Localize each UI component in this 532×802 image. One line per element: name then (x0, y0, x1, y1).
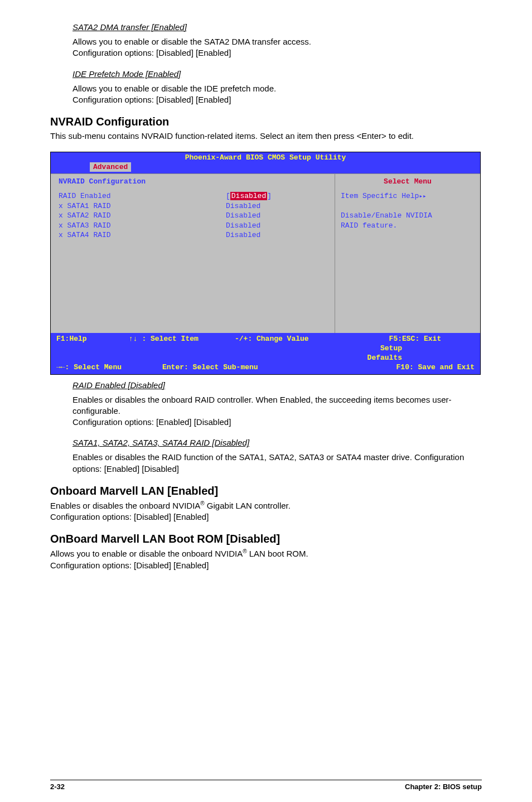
footer-exit: ESC: Exit (402, 335, 475, 363)
registered-icon: ® (200, 500, 204, 506)
sata-raid-text: Enables or disables the RAID function of… (50, 452, 482, 475)
footer-save: F10: Save and Exit (291, 363, 475, 373)
sata-raid-heading: SATA1, SATA2, SATA3, SATA4 RAID [Disable… (50, 438, 482, 447)
text: Configuration options: [Disabled] [Enabl… (50, 512, 209, 521)
nvraid-intro: This sub-menu contains NVRAID function-r… (50, 131, 482, 142)
bios-left-panel: NVRAID Configuration RAID Enabled [Disab… (51, 174, 335, 333)
label: x SATA3 RAID (59, 221, 226, 231)
bios-tab-advanced: Advanced (90, 162, 131, 172)
bios-footer: F1:Help ↑↓ : Select Item -/+: Change Val… (51, 333, 480, 374)
bios-row-sata4: x SATA4 RAID Disabled (59, 230, 329, 240)
bios-title: Phoenix-Award BIOS CMOS Setup Utility (51, 152, 480, 163)
text: Configuration options: [Disabled] [Enabl… (72, 48, 231, 57)
registered-icon: ® (243, 548, 246, 554)
ide-prefetch-heading: IDE Prefetch Mode [Enabled] (50, 69, 482, 79)
text: Enables or disables the onboard NVIDIA (50, 501, 200, 510)
chapter-title: Chapter 2: BIOS setup (405, 782, 482, 791)
text: Allows you to enable or disable the onbo… (50, 549, 243, 558)
page-number: 2-32 (50, 782, 65, 791)
bios-config-title: NVRAID Configuration (59, 177, 329, 186)
text: Gigabit LAN controller. (205, 501, 291, 510)
text: Allows you to enable or disable the IDE … (72, 84, 276, 93)
bios-row-sata3: x SATA3 RAID Disabled (59, 221, 329, 231)
footer-select-item: ↑↓ : Select Item (129, 335, 235, 363)
raid-enabled-text: Enables or disables the onboard RAID con… (50, 394, 482, 428)
label: x SATA2 RAID (59, 211, 226, 221)
page-footer: 2-32 Chapter 2: BIOS setup (50, 780, 482, 791)
bios-row-sata1: x SATA1 RAID Disabled (59, 201, 329, 211)
text: Configuration options: [Disabled] [Enabl… (50, 561, 209, 570)
value: Disabled (226, 201, 260, 211)
text: LAN boot ROM. (247, 549, 308, 558)
text: Allows you to enable or disable the SATA… (72, 37, 311, 46)
value: Disabled (226, 230, 260, 240)
marvell-lan-heading: Onboard Marvell LAN [Enabled] (50, 485, 482, 497)
marvell-lan-text: Enables or disables the onboard NVIDIA® … (50, 500, 482, 523)
bios-row-raid-enabled: RAID Enabled [Disabled] (59, 191, 329, 201)
bios-help-title: Item Specific Help (341, 192, 419, 200)
sata2-dma-text: Allows you to enable or disable the SATA… (50, 36, 482, 59)
raid-enabled-heading: RAID Enabled [Disabled] (50, 380, 482, 390)
text: Configuration options: [Enabled] [Disabl… (72, 417, 231, 427)
sata2-dma-heading: SATA2 DMA transfer [Enabled] (50, 22, 482, 32)
bios-help-line2: RAID feature. (341, 221, 397, 230)
bios-row-sata2: x SATA2 RAID Disabled (59, 211, 329, 221)
footer-defaults: F5: Setup Defaults (363, 335, 402, 363)
bios-right-panel: Select Menu Item Specific Help Disable/E… (335, 174, 480, 333)
bios-select-menu: Select Menu (341, 177, 475, 186)
bios-screenshot: Phoenix-Award BIOS CMOS Setup Utility Ad… (50, 152, 481, 374)
marvell-rom-text: Allows you to enable or disable the onbo… (50, 548, 482, 571)
label: x SATA4 RAID (59, 230, 226, 240)
marvell-rom-heading: OnBoard Marvell LAN Boot ROM [Disabled] (50, 533, 482, 545)
footer-help: F1:Help (56, 335, 129, 363)
arrow-icon (419, 192, 426, 200)
nvraid-config-heading: NVRAID Configuration (50, 115, 482, 128)
value: Disabled (226, 211, 260, 221)
text: Enables or disables the onboard RAID con… (72, 395, 452, 416)
value: Disabled (230, 192, 267, 200)
bios-help-line1: Disable/Enable NVIDIA (341, 211, 432, 220)
value: Disabled (226, 221, 260, 231)
label: x SATA1 RAID (59, 201, 226, 211)
ide-prefetch-text: Allows you to enable or disable the IDE … (50, 83, 482, 106)
label: RAID Enabled (59, 191, 226, 201)
text: Configuration options: [Disabled] [Enabl… (72, 95, 231, 104)
footer-change-value: -/+: Change Value (235, 335, 363, 363)
footer-select-menu: →←: Select Menu (56, 363, 162, 373)
bios-tab-row: Advanced (51, 163, 480, 173)
footer-submenu: Enter: Select Sub-menu (162, 363, 291, 373)
